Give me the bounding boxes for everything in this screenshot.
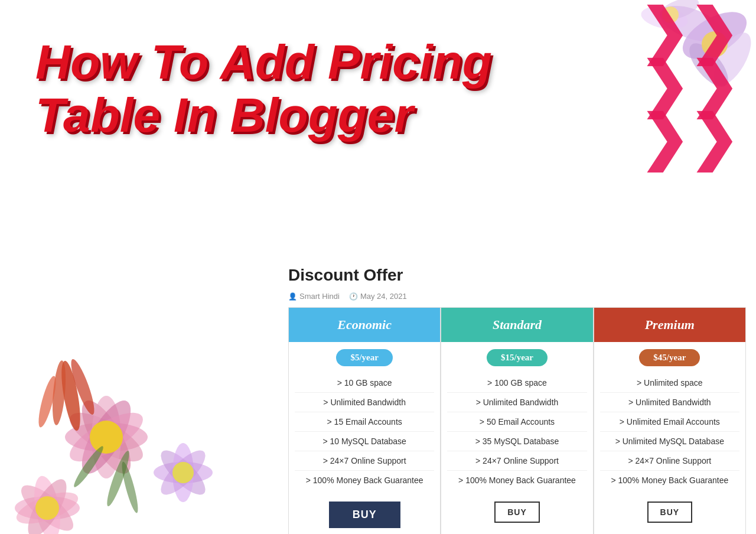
pricing-tables: Economic $5/year > 10 GB space > Unlimit…	[288, 307, 746, 534]
feature-1: > 10 GB space	[295, 373, 434, 393]
flower-bottom-left-decoration	[0, 289, 284, 534]
svg-point-14	[90, 421, 123, 454]
feature-6: > 100% Money Back Guarantee	[447, 471, 586, 490]
feature-5: > 24×7 Online Support	[295, 451, 434, 471]
svg-point-15	[58, 360, 84, 432]
svg-point-25	[15, 478, 80, 534]
feature-4: > Unlimited MySQL Database	[600, 432, 739, 451]
buy-button-premium[interactable]: BUY	[647, 502, 693, 523]
post-author: 👤 Smart Hindi	[288, 292, 340, 301]
hero-section: ❯❯ ❯❯ ❯❯ How To Add Pricing Table In Blo…	[0, 0, 756, 254]
features-list-premium: > Unlimited space > Unlimited Bandwidth …	[594, 373, 745, 496]
buy-wrapper-economic: BUY	[289, 496, 440, 534]
svg-point-32	[71, 444, 106, 490]
page-wrapper: ❯❯ ❯❯ ❯❯ How To Add Pricing Table In Blo…	[0, 0, 756, 534]
svg-point-22	[155, 444, 211, 501]
post-meta: 👤 Smart Hindi 🕐 May 24, 2021	[288, 292, 743, 301]
post-date: 🕐 May 24, 2021	[349, 292, 407, 301]
feature-4: > 35 MySQL Database	[447, 432, 586, 451]
plan-name-standard: Standard	[441, 308, 592, 342]
pricing-table-economic: Economic $5/year > 10 GB space > Unlimit…	[288, 307, 441, 534]
svg-point-17	[67, 357, 99, 417]
plan-name-premium: Premium	[594, 308, 745, 342]
plan-price-standard: $15/year	[487, 349, 548, 366]
feature-3: > 50 Email Accounts	[447, 412, 586, 432]
plan-name-label: Standard	[493, 317, 542, 332]
feature-3: > 15 Email Accounts	[295, 412, 434, 432]
price-wrapper-standard: $15/year	[441, 342, 592, 373]
svg-point-23	[172, 462, 194, 483]
hero-title-line2: Table In Blogger	[35, 88, 413, 142]
buy-wrapper-standard: BUY	[441, 496, 592, 534]
svg-point-27	[21, 474, 74, 534]
svg-point-20	[155, 444, 211, 501]
feature-2: > Unlimited Bandwidth	[600, 393, 739, 412]
svg-point-10	[73, 394, 139, 480]
plan-name-label: Economic	[337, 317, 392, 332]
buy-button-standard[interactable]: BUY	[494, 502, 540, 523]
svg-point-24	[15, 496, 80, 520]
feature-1: > 100 GB space	[447, 373, 586, 393]
clock-icon: 🕐	[349, 292, 358, 301]
feature-6: > 100% Money Back Guarantee	[295, 471, 434, 490]
svg-point-9	[63, 403, 149, 470]
feature-3: > Unlimited Email Accounts	[600, 412, 739, 432]
chevron-1: ❯❯	[639, 6, 738, 59]
svg-point-19	[154, 462, 213, 483]
svg-point-11	[92, 396, 121, 478]
svg-point-16	[50, 360, 68, 425]
plan-name-label: Premium	[645, 317, 695, 332]
buy-button-economic[interactable]: BUY	[329, 502, 400, 528]
feature-4: > 10 MySQL Database	[295, 432, 434, 451]
features-list-standard: > 100 GB space > Unlimited Bandwidth > 5…	[441, 373, 592, 496]
feature-1: > Unlimited space	[600, 373, 739, 393]
chevron-2: ❯❯	[639, 59, 738, 112]
features-list-economic: > 10 GB space > Unlimited Bandwidth > 15…	[289, 373, 440, 496]
feature-2: > Unlimited Bandwidth	[447, 393, 586, 412]
hero-title-line1: How To Add Pricing	[35, 35, 492, 89]
plan-price-premium: $45/year	[639, 349, 700, 366]
date-value: May 24, 2021	[360, 292, 407, 301]
svg-point-18	[35, 375, 60, 429]
svg-point-12	[73, 394, 139, 480]
hero-title: How To Add Pricing Table In Blogger	[35, 35, 614, 142]
feature-2: > Unlimited Bandwidth	[295, 393, 434, 412]
svg-point-21	[172, 443, 194, 502]
svg-point-28	[12, 486, 82, 530]
pricing-table-standard: Standard $15/year > 100 GB space > Unlim…	[441, 307, 593, 534]
plan-name-economic: Economic	[289, 308, 440, 342]
price-wrapper-economic: $5/year	[289, 342, 440, 373]
author-icon: 👤	[288, 292, 297, 301]
chevron-3: ❯❯	[639, 112, 738, 165]
pricing-table-premium: Premium $45/year > Unlimited space > Unl…	[594, 307, 746, 534]
price-wrapper-premium: $45/year	[594, 342, 745, 373]
svg-point-29	[35, 496, 59, 520]
svg-point-13	[63, 403, 149, 470]
svg-point-8	[65, 422, 148, 452]
feature-5: > 24×7 Online Support	[447, 451, 586, 471]
buy-wrapper-premium: BUY	[594, 496, 745, 534]
feature-5: > 24×7 Online Support	[600, 451, 739, 471]
svg-point-31	[119, 461, 141, 515]
post-title: Discount Offer	[288, 266, 743, 285]
author-name: Smart Hindi	[299, 292, 340, 301]
plan-price-economic: $5/year	[336, 349, 392, 366]
chevrons-decoration: ❯❯ ❯❯ ❯❯	[639, 6, 738, 165]
svg-point-30	[103, 449, 132, 507]
svg-point-26	[30, 474, 64, 534]
feature-6: > 100% Money Back Guarantee	[600, 471, 739, 490]
